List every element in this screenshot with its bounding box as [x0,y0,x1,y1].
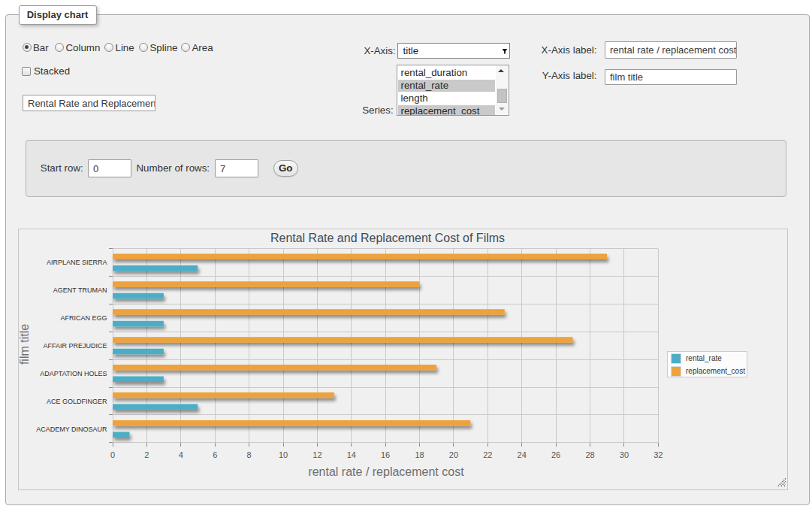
svg-text:8: 8 [247,450,252,459]
svg-text:rental_rate: rental_rate [686,354,722,362]
svg-text:16: 16 [381,450,390,459]
svg-text:AFFAIR PREJUDICE: AFFAIR PREJUDICE [43,342,107,350]
svg-text:AGENT TRUMAN: AGENT TRUMAN [53,286,107,294]
svg-text:20: 20 [449,450,458,459]
svg-text:ADAPTATION HOLES: ADAPTATION HOLES [40,370,107,377]
svg-text:film title: film title [19,324,31,365]
svg-text:14: 14 [347,450,356,459]
svg-text:Rental Rate and Replacement Co: Rental Rate and Replacement Cost of Film… [270,232,505,244]
svg-text:4: 4 [179,450,183,459]
svg-text:2: 2 [144,450,149,459]
svg-text:24: 24 [518,450,527,459]
svg-text:12: 12 [312,450,321,459]
svg-text:30: 30 [620,450,629,459]
svg-text:replacement_cost: replacement_cost [686,367,745,375]
svg-text:AIRPLANE SIERRA: AIRPLANE SIERRA [47,259,107,266]
svg-text:0: 0 [110,450,115,459]
svg-text:AFRICAN EGG: AFRICAN EGG [60,314,107,322]
svg-text:ACADEMY DINOSAUR: ACADEMY DINOSAUR [36,426,107,433]
svg-text:32: 32 [654,450,663,459]
svg-text:10: 10 [279,450,288,459]
svg-text:22: 22 [483,450,492,459]
svg-text:18: 18 [415,450,424,459]
svg-text:ACE GOLDFINGER: ACE GOLDFINGER [47,398,107,405]
svg-text:rental rate / replacement cost: rental rate / replacement cost [308,465,464,478]
svg-text:28: 28 [585,450,594,459]
svg-text:26: 26 [551,450,560,459]
svg-text:6: 6 [213,450,217,459]
